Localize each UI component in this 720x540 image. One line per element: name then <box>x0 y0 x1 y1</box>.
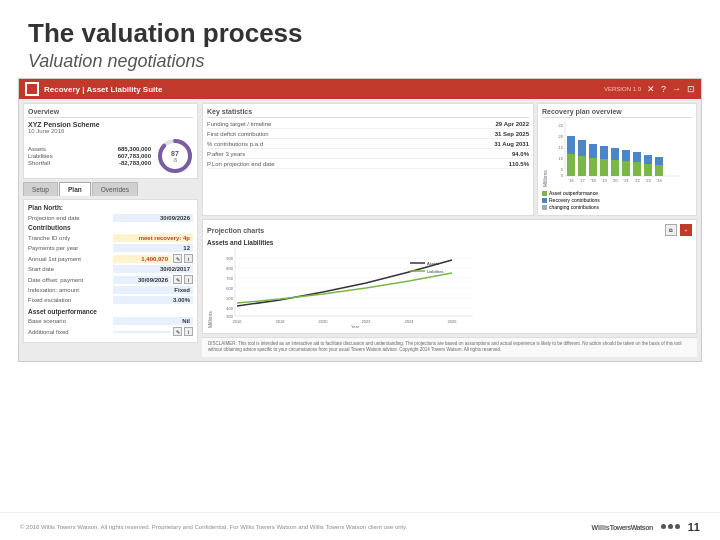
additional-fixed-row: Additional fixed ✎ i <box>28 327 193 336</box>
legend-label-1: Recovery contributions <box>549 197 600 203</box>
tab-setup[interactable]: Setup <box>23 182 58 196</box>
right-section: Key statistics Funding target / timeline… <box>202 103 697 357</box>
key-stat-label-2: % contributions p.a.d <box>207 141 494 147</box>
tab-overrides[interactable]: Overrides <box>92 182 138 196</box>
additional-fixed-icons: ✎ i <box>173 327 193 336</box>
svg-text:800: 800 <box>226 266 233 271</box>
svg-rect-19 <box>611 148 619 160</box>
stats-list: Assets 685,300,000 Liabilities 607,783,0… <box>28 146 151 167</box>
tab-plan[interactable]: Plan <box>59 182 91 196</box>
page-header: The valuation process Valuation negotiat… <box>0 0 720 78</box>
svg-text:20: 20 <box>559 134 564 139</box>
titlebar-left: Recovery | Asset Liability Suite <box>25 82 162 96</box>
projection-section: Projection charts ⧉ + Assets and Liabili… <box>202 219 697 334</box>
key-stat-row-4: P.Lon projection end date 110.5% <box>207 161 529 169</box>
key-stat-value-3: 94.0% <box>512 151 529 157</box>
key-stats-rows: Funding target / timeline 29 Apr 2022 Fi… <box>207 121 529 169</box>
edit-date-icon[interactable]: ✎ <box>173 275 182 284</box>
titlebar-controls: VERSION 1.0 ✕ ? → ⊡ <box>604 84 695 94</box>
svg-rect-25 <box>644 155 652 164</box>
maximize-icon[interactable]: ⊡ <box>687 84 695 94</box>
tranche-row: Tranche ID only meet recovery: 4p <box>28 234 193 242</box>
overview-title: Overview <box>28 108 193 118</box>
info-icon[interactable]: i <box>184 254 193 263</box>
liabilities-value: 607,783,000 <box>118 153 151 159</box>
svg-text:400: 400 <box>226 306 233 311</box>
additional-fixed-label: Additional fixed <box>28 329 113 335</box>
line-chart-title: Assets and Liabilities <box>207 239 692 246</box>
key-stat-label-0: Funding target / timeline <box>207 121 496 127</box>
start-date-value: 30/02/2017 <box>113 265 193 273</box>
chart-copy-icon[interactable]: ⧉ <box>665 224 677 236</box>
projection-header: Projection charts ⧉ + <box>207 224 692 236</box>
wtw-logo: WillisTowersWatson <box>592 522 653 532</box>
payments-row: Payments per year 12 <box>28 244 193 252</box>
svg-rect-20 <box>622 161 630 176</box>
recovery-chart-legend: Asset outperformance Recovery contributi… <box>542 190 692 210</box>
close-icon[interactable]: ✕ <box>647 84 655 94</box>
projection-controls: ⧉ + <box>665 224 692 236</box>
app-logo-icon <box>25 82 39 96</box>
payments-value: 12 <box>113 244 193 252</box>
annual-payment-value: 1,400,970 <box>113 255 171 263</box>
svg-rect-15 <box>589 144 597 158</box>
svg-rect-11 <box>567 136 575 154</box>
info-date-icon[interactable]: i <box>184 275 193 284</box>
svg-text:10: 10 <box>559 156 564 161</box>
key-stats-panel: Key statistics Funding target / timeline… <box>202 103 534 216</box>
date-offset-icons: ✎ i <box>173 275 193 284</box>
app-titlebar: Recovery | Asset Liability Suite VERSION… <box>19 79 701 99</box>
bar-chart-area: 25 20 15 10 5 0 <box>550 121 692 187</box>
dot-2 <box>668 524 673 529</box>
circle-percent-text: 87.6 <box>171 150 179 163</box>
help-icon[interactable]: ? <box>661 84 666 94</box>
key-stat-row-1: First deficit contribution 31 Sep 2025 <box>207 131 529 139</box>
shortfall-value: -82,783,000 <box>119 160 151 166</box>
dot-3 <box>675 524 680 529</box>
svg-text:'24: '24 <box>656 178 662 183</box>
key-stat-label-4: P.Lon projection end date <box>207 161 509 167</box>
svg-text:2018: 2018 <box>276 319 286 324</box>
tranche-value: meet recovery: 4p <box>113 234 193 242</box>
svg-rect-23 <box>633 152 641 162</box>
export-icon[interactable]: → <box>672 84 681 94</box>
footer-right: WillisTowersWatson 11 <box>592 521 701 533</box>
page-number: 11 <box>688 521 700 533</box>
version-badge: VERSION 1.0 <box>604 86 641 92</box>
svg-text:'23: '23 <box>645 178 651 183</box>
svg-text:Assets: Assets <box>427 261 439 266</box>
info-additional-icon[interactable]: i <box>184 327 193 336</box>
annual-payment-label: Annual 1st payment <box>28 256 113 262</box>
date-offset-row: Date offset: payment 30/09/2026 ✎ i <box>28 275 193 284</box>
key-stats-title: Key statistics <box>207 108 529 118</box>
line-chart-y-label: Millions <box>207 248 213 328</box>
legend-item-0: Asset outperformance <box>542 190 692 196</box>
svg-rect-26 <box>655 165 663 176</box>
page-title: The valuation process <box>28 18 692 49</box>
liabilities-label: Liabilities <box>28 153 53 159</box>
base-scenario-label: Base scenario <box>28 318 113 324</box>
scheme-date: 10 June 2016 <box>28 128 193 134</box>
edit-icon[interactable]: ✎ <box>173 254 182 263</box>
svg-text:'21: '21 <box>623 178 629 183</box>
start-date-label: Start date <box>28 266 113 272</box>
svg-rect-13 <box>578 140 586 156</box>
edit-additional-icon[interactable]: ✎ <box>173 327 182 336</box>
line-chart-with-axis: Millions <box>207 248 692 328</box>
app-title: Recovery | Asset Liability Suite <box>44 85 162 94</box>
tranche-label: Tranche ID only <box>28 235 113 241</box>
svg-text:Year: Year <box>351 324 360 328</box>
chart-add-icon[interactable]: + <box>680 224 692 236</box>
svg-text:'22: '22 <box>634 178 640 183</box>
overview-stats: Assets 685,300,000 Liabilities 607,783,0… <box>28 138 193 174</box>
key-stat-label-3: P.after 3 years <box>207 151 512 157</box>
disclaimer-text: DISCLAIMER: This tool is intended as an … <box>208 341 682 352</box>
svg-rect-16 <box>600 159 608 176</box>
key-stat-row-3: P.after 3 years 94.0% <box>207 151 529 159</box>
app-content: Overview XYZ Pension Scheme 10 June 2016… <box>19 99 701 361</box>
scheme-name: XYZ Pension Scheme <box>28 121 193 128</box>
app-window: Recovery | Asset Liability Suite VERSION… <box>18 78 702 362</box>
svg-rect-24 <box>644 164 652 176</box>
svg-rect-17 <box>600 146 608 159</box>
svg-text:700: 700 <box>226 276 233 281</box>
